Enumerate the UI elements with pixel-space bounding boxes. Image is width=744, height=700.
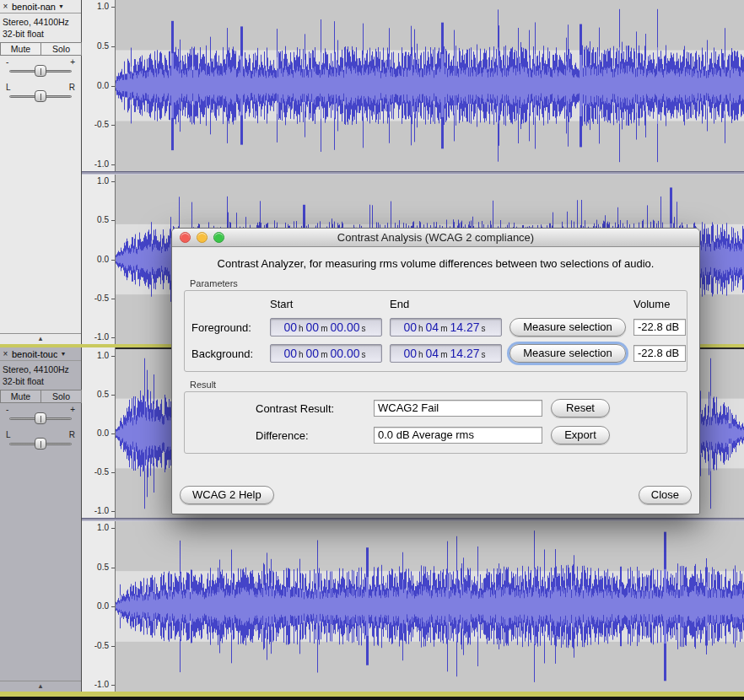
ruler-tick — [111, 511, 115, 512]
track1-format-label: Stereo, 44100Hz — [3, 17, 69, 27]
track2-name-menu[interactable]: benoit-touc — [12, 349, 57, 359]
ruler-label: -0.5 — [82, 293, 109, 303]
track2-close-icon[interactable]: × — [0, 349, 11, 358]
ruler-label: -0.5 — [82, 641, 109, 650]
track1-collapse-button[interactable]: ▴ — [0, 333, 81, 344]
background-volume-field[interactable]: -22.8 dB — [633, 345, 686, 362]
ruler-tick — [111, 433, 115, 434]
contrast-analysis-dialog: Contrast Analysis (WCAG 2 compliance) Co… — [171, 228, 700, 514]
track2-solo-button[interactable]: Solo — [40, 390, 82, 403]
background-start-time-control[interactable]: 00h00m00.00s — [270, 344, 382, 363]
track1-gain-slider[interactable]: - + — [2, 57, 79, 79]
background-end-time-control[interactable]: 00h04m14.27s — [390, 344, 502, 363]
track2-mute-button[interactable]: Mute — [0, 390, 41, 403]
pan-right-label: R — [69, 83, 75, 92]
gain-minus-label: - — [6, 405, 8, 414]
pan-left-label: L — [6, 430, 11, 439]
gain-minus-label: - — [6, 57, 8, 67]
track2-menu-caret-icon[interactable]: ▼ — [60, 351, 66, 357]
difference-field[interactable]: 0.0 dB Average rms — [374, 427, 542, 444]
window-zoom-button[interactable] — [213, 232, 224, 243]
close-button[interactable]: Close — [639, 486, 692, 504]
gain-plus-label: + — [70, 57, 75, 67]
ruler-label: 1.0 — [82, 176, 109, 186]
start-column-header: Start — [270, 298, 382, 310]
foreground-end-time-control[interactable]: 00h04m14.27s — [390, 318, 502, 337]
ruler-label: 1.0 — [82, 523, 109, 532]
ruler-label: 0.5 — [82, 41, 109, 51]
ruler-label: 0.5 — [82, 215, 109, 224]
ruler-tick — [111, 646, 115, 647]
ruler-tick — [111, 472, 115, 473]
track1-close-icon[interactable]: × — [0, 2, 11, 11]
wcag2-help-button[interactable]: WCAG 2 Help — [180, 486, 274, 504]
window-minimize-button[interactable] — [197, 232, 208, 243]
ruler-tick — [111, 606, 115, 607]
contrast-result-field[interactable]: WCAG2 Fail — [374, 400, 542, 417]
track2-pan-slider[interactable]: L R — [2, 430, 79, 452]
ruler-label: -0.5 — [82, 120, 109, 129]
parameters-group-label: Parameters — [190, 278, 687, 288]
ruler-label: -1.0 — [82, 506, 109, 515]
ruler-tick — [111, 356, 115, 357]
gain-slider-thumb[interactable] — [35, 65, 46, 77]
ruler-label: -1.0 — [82, 159, 109, 169]
foreground-label: Foreground: — [191, 321, 262, 334]
ruler-label: 0.0 — [82, 255, 109, 264]
ruler-tick — [111, 7, 115, 8]
track1-name-menu[interactable]: benoit-nan — [12, 2, 56, 12]
track2-control-panel: × benoit-touc ▼ Stereo, 44100Hz 32-bit f… — [0, 347, 82, 692]
ruler-tick — [111, 685, 115, 686]
ruler-label: 0.5 — [82, 390, 109, 399]
export-button[interactable]: Export — [551, 426, 610, 444]
track2-collapse-button[interactable]: ▴ — [0, 681, 81, 692]
ruler-tick — [111, 568, 115, 568]
track1-channel-divider — [82, 171, 744, 175]
window-close-button[interactable] — [180, 232, 191, 243]
ruler-tick — [111, 125, 115, 126]
window-bottom-edge — [0, 697, 744, 700]
ruler-label: 0.5 — [82, 563, 109, 572]
track2-right-channel-waveform[interactable] — [116, 521, 744, 692]
ruler-tick — [111, 528, 115, 529]
ruler-label: -1.0 — [82, 680, 109, 689]
parameters-group: Start End Volume Foreground: 00h00m00.00… — [184, 290, 687, 372]
background-label: Background: — [191, 347, 262, 360]
track1-solo-button[interactable]: Solo — [40, 42, 82, 56]
track1-left-channel-waveform[interactable] — [116, 0, 744, 171]
foreground-start-time-control[interactable]: 00h00m00.00s — [270, 318, 382, 337]
reset-button[interactable]: Reset — [551, 399, 610, 417]
ruler-tick — [111, 181, 115, 182]
gain-plus-label: + — [70, 405, 75, 414]
dialog-title: Contrast Analysis (WCAG 2 compliance) — [337, 231, 534, 244]
ruler-label: -1.0 — [82, 332, 109, 342]
ruler-label: 0.0 — [82, 601, 109, 611]
ruler-label: 1.0 — [82, 351, 109, 360]
track1-pan-slider[interactable]: L R — [2, 83, 79, 105]
gain-slider-thumb[interactable] — [35, 412, 46, 424]
track1-bitdepth-label: 32-bit float — [3, 29, 44, 39]
foreground-volume-field[interactable]: -22.8 dB — [633, 319, 686, 336]
ruler-label: 1.0 — [82, 2, 109, 11]
ruler-tick — [111, 220, 115, 221]
ruler-tick — [111, 164, 115, 165]
pan-slider-thumb[interactable] — [35, 438, 46, 450]
track1-title-bar[interactable]: × benoit-nan ▼ — [0, 0, 81, 13]
track1-control-panel: × benoit-nan ▼ Stereo, 44100Hz 32-bit fl… — [0, 0, 82, 344]
pan-right-label: R — [69, 430, 75, 439]
pan-slider-thumb[interactable] — [35, 90, 46, 102]
track1-menu-caret-icon[interactable]: ▼ — [58, 3, 64, 9]
foreground-measure-selection-button[interactable]: Measure selection — [509, 318, 626, 337]
dialog-description: Contrast Analyzer, for measuring rms vol… — [184, 257, 687, 270]
dialog-titlebar[interactable]: Contrast Analysis (WCAG 2 compliance) — [172, 229, 699, 247]
track1-mute-button[interactable]: Mute — [0, 42, 41, 56]
pan-left-label: L — [6, 83, 11, 92]
end-column-header: End — [390, 298, 502, 310]
background-measure-selection-button[interactable]: Measure selection — [509, 344, 626, 363]
track2-title-bar[interactable]: × benoit-touc ▼ — [0, 347, 81, 361]
contrast-result-label: Contrast Result: — [256, 402, 365, 415]
track2-gain-slider[interactable]: - + — [2, 405, 79, 427]
track2-bitdepth-label: 32-bit float — [3, 376, 44, 386]
result-group-label: Result — [190, 380, 687, 390]
ruler-tick — [111, 46, 115, 47]
